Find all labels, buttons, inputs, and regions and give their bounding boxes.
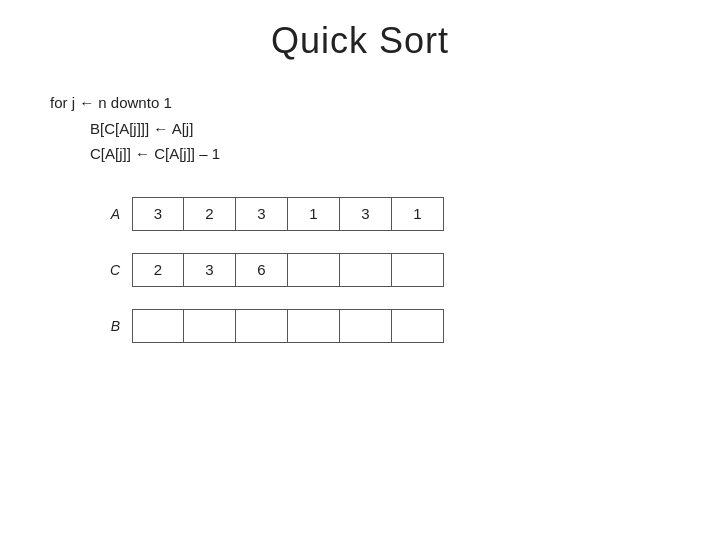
- array-cells-c: 2 3 6: [132, 253, 444, 287]
- pseudocode-line2a: B[C[A[j]]] ← A[j]: [90, 116, 680, 142]
- array-row-a: A 3 2 3 1 3 1: [100, 197, 680, 231]
- cell-b-0: [132, 309, 184, 343]
- pseudocode-line1: for j ← n downto 1: [50, 90, 680, 116]
- cell-a-1: 2: [184, 197, 236, 231]
- array-cells-b: [132, 309, 444, 343]
- cell-a-3: 1: [288, 197, 340, 231]
- cell-c-5: [392, 253, 444, 287]
- array-row-b: B: [100, 309, 680, 343]
- cell-b-3: [288, 309, 340, 343]
- array-cells-a: 3 2 3 1 3 1: [132, 197, 444, 231]
- cell-a-4: 3: [340, 197, 392, 231]
- cell-b-2: [236, 309, 288, 343]
- cell-a-2: 3: [236, 197, 288, 231]
- page: Quick Sort for j ← n downto 1 B[C[A[j]]]…: [0, 0, 720, 540]
- array-label-c: C: [100, 262, 120, 278]
- cell-c-4: [340, 253, 392, 287]
- cell-c-0: 2: [132, 253, 184, 287]
- cell-a-5: 1: [392, 197, 444, 231]
- cell-b-1: [184, 309, 236, 343]
- cell-a-0: 3: [132, 197, 184, 231]
- cell-b-5: [392, 309, 444, 343]
- cell-b-4: [340, 309, 392, 343]
- cell-c-1: 3: [184, 253, 236, 287]
- arrays-section: A 3 2 3 1 3 1 C 2 3 6 B: [100, 197, 680, 343]
- page-title: Quick Sort: [40, 20, 680, 62]
- array-row-c: C 2 3 6: [100, 253, 680, 287]
- cell-c-3: [288, 253, 340, 287]
- array-label-a: A: [100, 206, 120, 222]
- pseudocode-block: for j ← n downto 1 B[C[A[j]]] ← A[j] C[A…: [50, 90, 680, 167]
- cell-c-2: 6: [236, 253, 288, 287]
- pseudocode-line2b: C[A[j]] ← C[A[j]] – 1: [90, 141, 680, 167]
- array-label-b: B: [100, 318, 120, 334]
